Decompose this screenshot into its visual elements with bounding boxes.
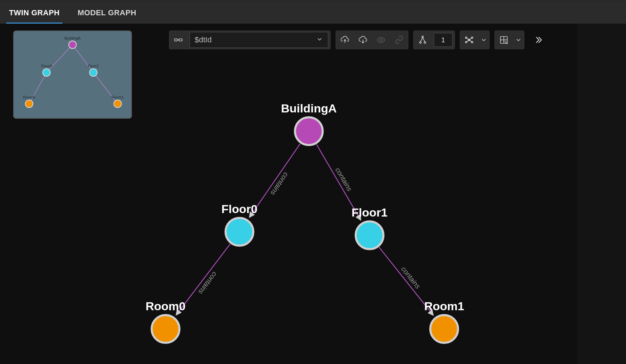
svg-point-2	[43, 69, 50, 76]
node-label: Floor0	[221, 202, 257, 215]
svg-point-42	[430, 315, 458, 343]
toolbar-overflow-button[interactable]	[529, 31, 547, 49]
tab-label: MODEL GRAPH	[78, 8, 136, 17]
graph-edge[interactable]: contains	[379, 247, 433, 315]
svg-point-40	[356, 221, 383, 249]
svg-point-39	[226, 218, 253, 246]
graph-canvas[interactable]: BuildingAFloor0Floor1Room0Room1 $dtId	[0, 24, 626, 364]
graph-edge[interactable]: contains	[316, 144, 361, 220]
svg-text:Room0: Room0	[23, 95, 35, 99]
minimap-edge	[73, 45, 93, 73]
edge-label: contains	[334, 166, 354, 192]
svg-rect-12	[179, 39, 182, 41]
edge-label: contains	[269, 171, 290, 197]
view-mode-button[interactable]	[495, 31, 513, 49]
graph-node-buildinga[interactable]: BuildingA	[281, 102, 337, 145]
app-root: TWIN GRAPH MODEL GRAPH BuildingAFloor0Fl…	[0, 0, 626, 364]
svg-point-4	[90, 69, 97, 76]
minimap-node: Floor0	[41, 64, 52, 76]
node-label: BuildingA	[281, 102, 337, 115]
svg-line-20	[423, 38, 425, 42]
graph-edge[interactable]: contains	[249, 144, 300, 218]
tab-twin-graph[interactable]: TWIN GRAPH	[0, 2, 69, 24]
view-mode-dropdown[interactable]	[513, 31, 524, 49]
graph-node-floor0[interactable]: Floor0	[221, 202, 257, 246]
layout-button[interactable]	[460, 31, 478, 49]
graph-toolbar: $dtId	[169, 31, 547, 49]
minimap-node: Room0	[23, 95, 35, 108]
layout-group	[460, 31, 490, 49]
display-property-select[interactable]: $dtId	[189, 32, 328, 48]
svg-point-41	[152, 315, 179, 343]
node-label: Room1	[424, 299, 464, 313]
svg-point-16	[422, 36, 424, 38]
minimap-edge	[46, 45, 73, 73]
svg-text:BuildingA: BuildingA	[65, 36, 81, 40]
tab-label: TWIN GRAPH	[9, 8, 60, 17]
svg-point-18	[424, 42, 426, 43]
svg-point-8	[114, 100, 121, 108]
side-panel-collapsed	[577, 24, 626, 364]
import-graph-button[interactable]	[354, 31, 372, 49]
node-label: Room0	[145, 299, 185, 313]
svg-text:Floor0: Floor0	[41, 64, 52, 68]
export-graph-button[interactable]	[336, 31, 354, 49]
graph-node-room1[interactable]: Room1	[424, 299, 464, 343]
id-selector-group: $dtId	[169, 31, 331, 49]
chevron-down-icon	[316, 36, 323, 44]
svg-text:Floor1: Floor1	[88, 64, 99, 68]
minimap-node: Room1	[111, 95, 124, 108]
expand-group	[413, 31, 455, 49]
graph-node-floor1[interactable]: Floor1	[352, 206, 388, 249]
show-relationships-button	[390, 31, 408, 49]
view-group	[494, 31, 524, 49]
svg-point-15	[380, 39, 382, 41]
svg-line-19	[421, 38, 423, 42]
svg-line-35	[316, 144, 361, 220]
graph-edge[interactable]: contains	[176, 244, 230, 315]
svg-line-27	[469, 38, 472, 40]
minimap-node: BuildingA	[65, 36, 81, 49]
svg-line-29	[469, 40, 472, 42]
svg-line-28	[466, 40, 469, 42]
svg-point-0	[69, 41, 76, 49]
svg-point-38	[295, 117, 323, 145]
layout-dropdown[interactable]	[478, 31, 489, 49]
display-property-value: $dtId	[195, 35, 212, 44]
node-label: Floor1	[352, 206, 388, 219]
svg-line-37	[379, 247, 433, 315]
show-all-button	[372, 31, 390, 49]
tab-model-graph[interactable]: MODEL GRAPH	[69, 2, 145, 24]
tab-bar: TWIN GRAPH MODEL GRAPH	[0, 2, 626, 24]
minimap-node: Floor1	[88, 64, 99, 76]
svg-text:Room1: Room1	[111, 95, 124, 99]
svg-line-36	[176, 244, 230, 315]
edge-label: contains	[400, 265, 422, 290]
edge-label: contains	[197, 271, 219, 296]
display-property-icon[interactable]	[169, 31, 187, 49]
graph-node-room0[interactable]: Room0	[145, 299, 185, 343]
minimap[interactable]: BuildingAFloor0Floor1Room0Room1	[13, 31, 132, 119]
svg-point-6	[25, 100, 33, 108]
minimap-svg: BuildingAFloor0Floor1Room0Room1	[14, 31, 132, 118]
expand-level-input[interactable]	[434, 33, 452, 47]
svg-point-17	[420, 42, 421, 43]
io-visibility-group	[336, 31, 408, 49]
expand-tree-icon[interactable]	[414, 31, 432, 49]
svg-line-26	[466, 38, 469, 40]
svg-line-34	[249, 144, 300, 218]
svg-rect-10	[175, 39, 177, 41]
